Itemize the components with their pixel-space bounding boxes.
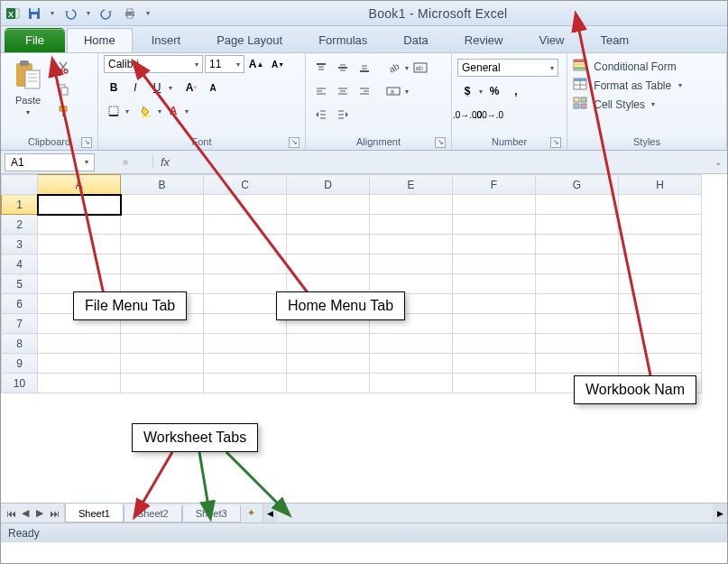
cell[interactable] bbox=[38, 195, 121, 215]
cell[interactable] bbox=[38, 215, 121, 235]
cell[interactable] bbox=[287, 195, 370, 215]
number-format-selector[interactable]: General▾ bbox=[457, 59, 558, 77]
row-header[interactable]: 3 bbox=[2, 235, 38, 254]
underline-button[interactable]: U bbox=[147, 79, 167, 97]
cell[interactable] bbox=[121, 195, 204, 215]
cell[interactable] bbox=[38, 374, 121, 393]
row-header[interactable]: 1 bbox=[2, 195, 38, 215]
cell[interactable] bbox=[370, 235, 453, 254]
next-sheet-icon[interactable]: ▶ bbox=[33, 507, 46, 519]
cell[interactable] bbox=[536, 215, 619, 235]
align-left-icon[interactable] bbox=[311, 82, 331, 100]
cell[interactable] bbox=[204, 294, 287, 314]
cell[interactable] bbox=[204, 354, 287, 374]
increase-indent-icon[interactable] bbox=[333, 106, 353, 124]
cell[interactable] bbox=[38, 354, 121, 374]
cell[interactable] bbox=[453, 254, 536, 274]
column-header[interactable]: D bbox=[287, 175, 370, 195]
row-header[interactable]: 6 bbox=[2, 294, 38, 314]
formula-input[interactable] bbox=[177, 154, 709, 171]
row-header[interactable]: 9 bbox=[2, 354, 38, 374]
cell[interactable] bbox=[453, 354, 536, 374]
file-tab[interactable]: File bbox=[5, 28, 65, 52]
formulas-tab[interactable]: Formulas bbox=[301, 28, 384, 52]
cell[interactable] bbox=[536, 354, 619, 374]
cell[interactable] bbox=[619, 215, 702, 235]
cell[interactable] bbox=[38, 254, 121, 274]
fill-color-icon[interactable] bbox=[136, 102, 156, 120]
fx-icon[interactable]: fx bbox=[152, 155, 177, 169]
cell[interactable] bbox=[453, 195, 536, 215]
cell[interactable] bbox=[204, 314, 287, 334]
cell[interactable] bbox=[619, 274, 702, 294]
cell[interactable] bbox=[536, 254, 619, 274]
decrease-decimal-icon[interactable]: .00→.0 bbox=[479, 106, 499, 124]
undo-dropdown-icon[interactable]: ▾ bbox=[84, 9, 93, 17]
cell[interactable] bbox=[453, 314, 536, 334]
cell[interactable] bbox=[536, 195, 619, 215]
cut-icon[interactable] bbox=[53, 59, 73, 77]
comma-style-icon[interactable]: , bbox=[506, 82, 526, 100]
format-as-table-button[interactable]: Format as Table ▾ bbox=[573, 78, 682, 93]
number-dialog-launcher-icon[interactable]: ↘ bbox=[550, 137, 561, 148]
cell[interactable] bbox=[287, 254, 370, 274]
cell[interactable] bbox=[453, 294, 536, 314]
cell[interactable] bbox=[38, 235, 121, 254]
prev-sheet-icon[interactable]: ◀ bbox=[19, 507, 32, 519]
cell[interactable] bbox=[287, 354, 370, 374]
cell[interactable] bbox=[453, 334, 536, 354]
row-header[interactable]: 5 bbox=[2, 274, 38, 294]
align-top-icon[interactable] bbox=[311, 59, 331, 77]
last-sheet-icon[interactable]: ⏭ bbox=[48, 508, 60, 519]
column-header[interactable]: A bbox=[38, 175, 121, 195]
cell[interactable] bbox=[204, 235, 287, 254]
cell-styles-button[interactable]: Cell Styles ▾ bbox=[573, 97, 655, 112]
grow-font-icon[interactable]: A▲ bbox=[246, 55, 266, 73]
bold-button[interactable]: B bbox=[104, 79, 124, 97]
alignment-dialog-launcher-icon[interactable]: ↘ bbox=[435, 137, 446, 148]
cell[interactable] bbox=[536, 235, 619, 254]
font-name-selector[interactable]: Calibri▾ bbox=[104, 55, 203, 73]
cell[interactable] bbox=[204, 274, 287, 294]
shrink-font-icon[interactable]: A▼ bbox=[268, 55, 288, 73]
sheet-tab[interactable]: Sheet1 bbox=[65, 504, 124, 522]
cell[interactable] bbox=[453, 274, 536, 294]
italic-button[interactable]: I bbox=[125, 79, 145, 97]
insert-tab[interactable]: Insert bbox=[134, 28, 198, 52]
cell[interactable] bbox=[121, 254, 204, 274]
cell[interactable] bbox=[38, 334, 121, 354]
cell[interactable] bbox=[204, 254, 287, 274]
cell[interactable] bbox=[204, 334, 287, 354]
increase-font-icon[interactable]: A^ bbox=[181, 79, 201, 97]
qat-dropdown-icon[interactable]: ▾ bbox=[48, 9, 57, 17]
team-tab[interactable]: Team bbox=[583, 28, 646, 52]
save-icon[interactable] bbox=[24, 4, 44, 23]
formula-bar-toggle-icon[interactable]: ⌄ bbox=[709, 157, 727, 167]
cell[interactable] bbox=[536, 294, 619, 314]
cell[interactable] bbox=[370, 254, 453, 274]
column-header[interactable]: B bbox=[121, 175, 204, 195]
cell[interactable] bbox=[619, 235, 702, 254]
sheet-tab[interactable]: Sheet3 bbox=[182, 505, 241, 522]
decrease-font-icon[interactable]: A bbox=[203, 79, 223, 97]
review-tab[interactable]: Review bbox=[447, 28, 521, 52]
cell[interactable] bbox=[453, 235, 536, 254]
cell[interactable] bbox=[536, 334, 619, 354]
orientation-icon[interactable]: ab bbox=[383, 59, 403, 77]
worksheet-grid[interactable]: ABCDEFGH12345678910 bbox=[1, 174, 727, 503]
new-sheet-icon[interactable]: ✦ bbox=[241, 504, 263, 522]
cell[interactable] bbox=[121, 334, 204, 354]
cell[interactable] bbox=[453, 215, 536, 235]
select-all-corner[interactable] bbox=[2, 175, 38, 195]
cell[interactable] bbox=[204, 195, 287, 215]
align-bottom-icon[interactable] bbox=[355, 59, 374, 77]
scroll-right-icon[interactable]: ▶ bbox=[713, 504, 727, 522]
cell[interactable] bbox=[453, 374, 536, 393]
page-layout-tab[interactable]: Page Layout bbox=[199, 28, 299, 52]
cell[interactable] bbox=[619, 254, 702, 274]
row-header[interactable]: 4 bbox=[2, 254, 38, 274]
align-center-icon[interactable] bbox=[333, 82, 353, 100]
horizontal-scrollbar[interactable]: ◀ ▶ bbox=[263, 504, 727, 522]
cell[interactable] bbox=[204, 215, 287, 235]
cell[interactable] bbox=[121, 215, 204, 235]
